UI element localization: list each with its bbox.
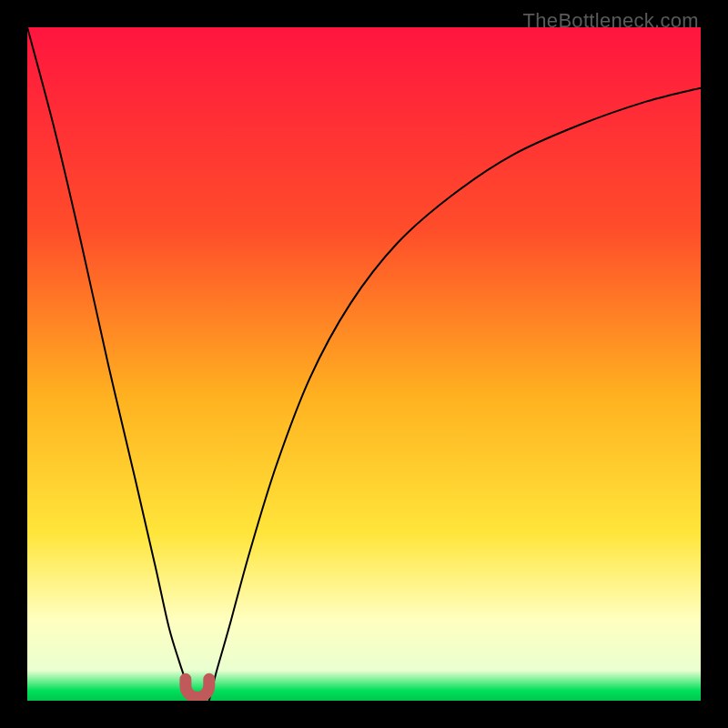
chart-frame: TheBottleneck.com [0, 0, 728, 728]
plot-area [27, 27, 701, 701]
chart-svg [27, 27, 701, 701]
gradient-background [27, 27, 701, 701]
